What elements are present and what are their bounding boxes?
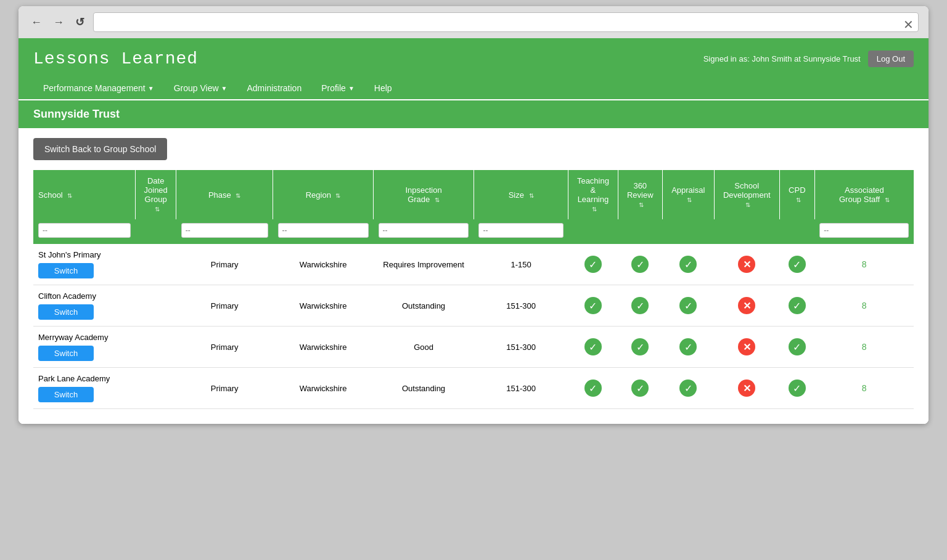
switch-back-area: Switch Back to Group School xyxy=(18,128,929,170)
nav-item-help[interactable]: Help xyxy=(364,77,402,99)
switch-button[interactable]: Switch xyxy=(38,304,94,320)
main-nav: Performance Management ▼ Group View ▼ Ad… xyxy=(33,77,914,99)
col-date-joined: DateJoinedGroup ⇅ xyxy=(136,170,176,219)
check-icon: ✓ xyxy=(584,338,602,355)
cell-group-staff: 8 xyxy=(814,327,914,368)
sort-icon: ⇅ xyxy=(435,197,440,203)
back-button[interactable]: ← xyxy=(28,16,44,29)
sort-icon: ⇅ xyxy=(592,206,597,213)
forward-button[interactable]: → xyxy=(51,16,67,29)
switch-back-button[interactable]: Switch Back to Group School xyxy=(33,138,167,160)
cell-school-dev: ✕ xyxy=(714,368,779,409)
cell-appraisal: ✓ xyxy=(662,327,714,368)
cell-360: ✓ xyxy=(618,285,662,327)
sort-icon: ⇅ xyxy=(529,192,534,199)
cell-cpd: ✓ xyxy=(779,327,814,368)
cell-school-dev: ✕ xyxy=(714,285,779,327)
inspection-filter-input[interactable] xyxy=(379,223,469,238)
col-size: Size ⇅ xyxy=(474,170,568,219)
nav-item-administration[interactable]: Administration xyxy=(237,77,311,99)
filter-size[interactable] xyxy=(474,219,568,244)
col-cpd: CPD ⇅ xyxy=(779,170,814,219)
school-filter-input[interactable] xyxy=(38,223,131,238)
sort-icon: ⇅ xyxy=(796,197,801,203)
filter-region[interactable] xyxy=(273,219,374,244)
filter-date xyxy=(136,219,176,244)
group-staff-count: 8 xyxy=(862,383,867,393)
col-360: 360Review ⇅ xyxy=(618,170,662,219)
region-filter-input[interactable] xyxy=(278,223,369,238)
check-icon: ✓ xyxy=(789,379,806,397)
cell-school: Park Lane Academy Switch xyxy=(33,368,136,409)
cell-teaching: ✓ xyxy=(568,285,618,327)
signed-in-text: Signed in as: John Smith at Sunnyside Tr… xyxy=(703,54,861,63)
chevron-down-icon: ▼ xyxy=(348,85,355,92)
app-title: Lessons Learned xyxy=(33,49,198,68)
check-icon: ✓ xyxy=(789,338,806,355)
cell-360: ✓ xyxy=(618,327,662,368)
group-staff-filter-input[interactable] xyxy=(819,223,909,238)
app-header: Lessons Learned Signed in as: John Smith… xyxy=(18,38,929,99)
nav-item-group-view[interactable]: Group View ▼ xyxy=(164,77,237,99)
close-button[interactable]: ✕ xyxy=(903,17,914,32)
cell-appraisal: ✓ xyxy=(662,244,714,285)
filter-teaching xyxy=(568,219,618,244)
cell-inspection: Requires Improvement xyxy=(374,244,474,285)
cell-school: St John's Primary Switch xyxy=(33,244,136,285)
cell-size: 151-300 xyxy=(474,285,568,327)
check-icon: ✓ xyxy=(789,297,806,314)
sort-icon: ⇅ xyxy=(687,197,692,203)
size-filter-input[interactable] xyxy=(478,223,563,238)
cell-date xyxy=(136,327,176,368)
check-icon: ✓ xyxy=(584,297,602,314)
group-staff-count: 8 xyxy=(862,259,867,269)
school-cell: Park Lane Academy Switch xyxy=(38,374,131,402)
switch-button[interactable]: Switch xyxy=(38,263,94,278)
check-icon: ✓ xyxy=(679,256,697,273)
sort-icon: ⇅ xyxy=(155,206,160,213)
cell-region: Warwickshire xyxy=(273,285,374,327)
table-row: St John's Primary Switch Primary Warwick… xyxy=(33,244,914,285)
cell-cpd: ✓ xyxy=(779,285,814,327)
cell-school-dev: ✕ xyxy=(714,327,779,368)
cell-date xyxy=(136,285,176,327)
cell-size: 151-300 xyxy=(474,368,568,409)
col-phase: Phase ⇅ xyxy=(176,170,273,219)
filter-group-staff[interactable] xyxy=(814,219,914,244)
cell-region: Warwickshire xyxy=(273,244,374,285)
filter-phase[interactable] xyxy=(176,219,273,244)
nav-item-profile[interactable]: Profile ▼ xyxy=(311,77,364,99)
cell-inspection: Outstanding xyxy=(374,285,474,327)
check-icon: ✓ xyxy=(631,256,649,273)
cell-group-staff: 8 xyxy=(814,368,914,409)
logout-button[interactable]: Log Out xyxy=(868,51,914,67)
check-icon: ✓ xyxy=(631,379,649,397)
filter-school[interactable] xyxy=(33,219,136,244)
table-row: Park Lane Academy Switch Primary Warwick… xyxy=(33,368,914,409)
nav-item-performance[interactable]: Performance Management ▼ xyxy=(33,77,164,99)
chevron-down-icon: ▼ xyxy=(148,85,154,92)
cell-size: 151-300 xyxy=(474,327,568,368)
cell-cpd: ✓ xyxy=(779,244,814,285)
phase-filter-input[interactable] xyxy=(181,223,268,238)
group-staff-count: 8 xyxy=(862,301,867,310)
col-teaching: Teaching &Learning ⇅ xyxy=(568,170,618,219)
cell-inspection: Good xyxy=(374,327,474,368)
cross-icon: ✕ xyxy=(738,379,755,397)
sort-icon: ⇅ xyxy=(67,192,72,199)
schools-table-container: School ⇅ DateJoinedGroup ⇅ Phase ⇅ Regio… xyxy=(18,170,929,424)
switch-button[interactable]: Switch xyxy=(38,346,94,361)
check-icon: ✓ xyxy=(679,297,697,314)
refresh-button[interactable]: ↺ xyxy=(73,15,87,29)
col-appraisal: Appraisal ⇅ xyxy=(662,170,714,219)
school-name: Park Lane Academy xyxy=(38,374,110,383)
cell-teaching: ✓ xyxy=(568,327,618,368)
switch-button[interactable]: Switch xyxy=(38,387,94,402)
address-bar[interactable] xyxy=(93,12,919,32)
cell-phase: Primary xyxy=(176,244,273,285)
filter-inspection[interactable] xyxy=(374,219,474,244)
col-school-dev: SchoolDevelopment ⇅ xyxy=(714,170,779,219)
cross-icon: ✕ xyxy=(738,256,755,273)
cell-inspection: Outstanding xyxy=(374,368,474,409)
cell-size: 1-150 xyxy=(474,244,568,285)
